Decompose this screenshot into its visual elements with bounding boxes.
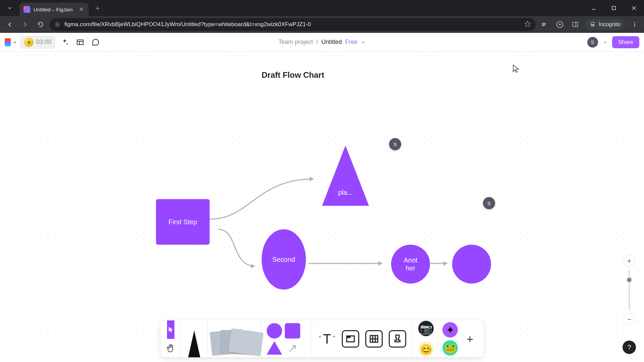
breadcrumb[interactable]: Team project / Untitled Free — [278, 39, 366, 46]
chevron-down-icon[interactable] — [603, 40, 607, 45]
shape-label: pla... — [338, 189, 353, 196]
nav-reload-button[interactable] — [34, 18, 47, 31]
browser-address-bar: figma.com/file/XRxbBjeWLbiQHPOO41JyWm/Un… — [0, 16, 644, 33]
svg-rect-1 — [612, 6, 615, 10]
canvas[interactable]: Draft Flow Chart First Step pla... Secon… — [0, 52, 644, 362]
file-name[interactable]: Untitled — [321, 39, 342, 46]
incognito-label: Incognito — [599, 21, 621, 27]
sticker-icon: ✦ — [442, 322, 458, 338]
canvas-title-text[interactable]: Draft Flow Chart — [262, 70, 324, 80]
marker-icon — [188, 330, 200, 357]
help-label: ? — [627, 344, 631, 351]
sidepanel-icon[interactable] — [569, 18, 581, 31]
share-label: Share — [618, 39, 633, 45]
cursor-icon — [167, 326, 174, 334]
triangle-icon — [322, 145, 369, 206]
shape-triangle-button[interactable] — [267, 341, 282, 355]
connector-tool-button[interactable]: ↗ — [285, 341, 300, 355]
tab-title: Untitled – FigJam — [34, 7, 73, 12]
collab-initial: S — [487, 200, 491, 206]
text-tool-button[interactable]: •T• — [315, 331, 339, 347]
zoom-in-button[interactable]: + — [624, 255, 635, 267]
select-tool-button[interactable] — [167, 320, 174, 339]
connector-arrow[interactable] — [210, 169, 327, 229]
sticky-note-tool-button[interactable] — [208, 320, 261, 357]
figjam-appbar: ★ 03:00 Team project / Untitled Free S S… — [0, 33, 644, 52]
browser-tab[interactable]: Untitled – FigJam ✕ — [19, 3, 89, 16]
url-text: figma.com/file/XRxbBjeWLbiQHPOO41JyWm/Un… — [64, 21, 311, 28]
zoom-controls: + − — [623, 255, 636, 325]
stamp-tool-button[interactable] — [386, 330, 409, 348]
window-minimize-button[interactable] — [584, 0, 604, 16]
help-button[interactable]: ? — [623, 341, 636, 354]
svg-marker-14 — [378, 261, 382, 266]
figma-favicon-icon — [23, 6, 30, 13]
user-avatar[interactable]: S — [587, 37, 598, 48]
flow-circle-empty[interactable] — [452, 245, 491, 284]
new-tab-button[interactable]: ＋ — [92, 2, 103, 14]
user-initial: S — [591, 39, 594, 45]
timer-value: 03:00 — [36, 39, 51, 46]
svg-point-7 — [634, 26, 635, 27]
comments-button[interactable] — [90, 36, 102, 48]
svg-rect-3 — [573, 22, 578, 26]
ai-sparkle-button[interactable] — [59, 36, 71, 48]
connector-arrow[interactable] — [309, 260, 389, 267]
shape-square-button[interactable] — [285, 323, 300, 339]
hand-tool-button[interactable] — [166, 339, 175, 357]
collaborator-badge[interactable]: S — [483, 197, 495, 209]
connector-arrow[interactable] — [218, 229, 265, 276]
svg-marker-16 — [443, 261, 447, 266]
timer-avatar-icon: ★ — [24, 38, 34, 47]
nav-back-button[interactable] — [3, 18, 16, 31]
bookmark-star-icon[interactable] — [524, 20, 531, 29]
window-close-button[interactable] — [624, 0, 644, 16]
svg-marker-12 — [251, 264, 255, 268]
minus-icon: − — [627, 316, 631, 323]
browser-menu-button[interactable] — [629, 18, 641, 31]
url-input[interactable]: figma.com/file/XRxbBjeWLbiQHPOO41JyWm/Un… — [50, 18, 536, 31]
mouse-cursor-icon — [513, 64, 519, 75]
svg-marker-11 — [310, 177, 314, 181]
flow-ellipse-second[interactable]: Second — [262, 229, 306, 290]
flow-rect-first-step[interactable]: First Step — [156, 199, 210, 245]
timer-chip[interactable]: ★ 03:00 — [20, 36, 55, 49]
breadcrumb-separator: / — [316, 39, 318, 46]
more-tools-button[interactable]: ＋ — [460, 331, 480, 347]
incognito-badge[interactable]: Incognito — [585, 19, 625, 30]
collaborator-badge[interactable]: S — [389, 138, 401, 150]
share-button[interactable]: Share — [612, 36, 639, 48]
media-control-icon[interactable] — [538, 18, 550, 31]
marker-tool-button[interactable] — [181, 320, 208, 357]
nav-forward-button[interactable] — [19, 18, 32, 31]
svg-point-6 — [634, 24, 635, 25]
site-settings-icon[interactable] — [54, 21, 60, 27]
tab-close-button[interactable]: ✕ — [79, 6, 84, 13]
svg-point-5 — [634, 22, 635, 23]
tab-search-dropdown[interactable] — [0, 0, 19, 16]
plan-badge[interactable]: Free — [345, 39, 358, 46]
figma-main-menu[interactable] — [5, 38, 17, 46]
incognito-icon — [589, 21, 596, 28]
shape-label: Second — [272, 255, 295, 263]
shape-circle-button[interactable] — [267, 323, 282, 339]
window-maximize-button[interactable] — [604, 0, 624, 16]
zoom-slider[interactable] — [629, 270, 630, 310]
browser-titlebar: Untitled – FigJam ✕ ＋ — [0, 0, 644, 16]
connector-arrow[interactable] — [429, 260, 453, 267]
downloads-icon[interactable] — [554, 18, 566, 31]
section-tool-button[interactable] — [339, 330, 362, 348]
section-tool-button[interactable] — [74, 36, 86, 48]
table-tool-button[interactable] — [362, 330, 386, 348]
team-name[interactable]: Team project — [278, 39, 313, 46]
flow-triangle[interactable]: pla... — [322, 145, 369, 206]
zoom-thumb[interactable] — [627, 278, 632, 282]
sticky-fan-icon — [211, 330, 258, 357]
sticker-icon: 😊 — [418, 342, 434, 357]
plus-icon: + — [627, 257, 631, 265]
bottom-toolbar: ↗ •T• 😊 🐸 📷 ✦ — [161, 320, 483, 357]
chevron-down-icon[interactable] — [361, 40, 366, 45]
flow-circle-another[interactable]: Anot her — [391, 245, 430, 284]
svg-rect-8 — [77, 40, 83, 45]
zoom-out-button[interactable]: − — [624, 314, 635, 325]
